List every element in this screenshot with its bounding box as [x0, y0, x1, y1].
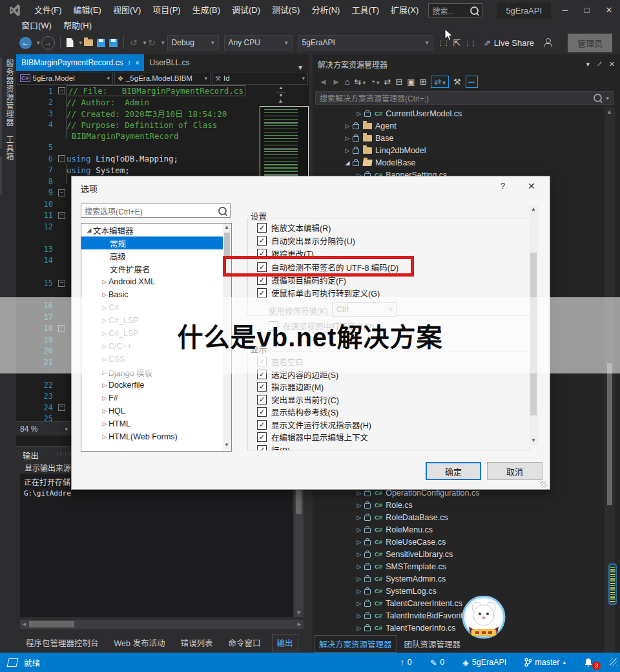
solution-tree-item[interactable]: ◢ModelBase — [313, 156, 604, 169]
panel-tab[interactable]: 解决方案资源管理器 — [314, 635, 397, 653]
panel-tab[interactable]: Web 发布活动 — [110, 635, 170, 651]
navigate-back-dropdown-icon[interactable]: ▾ — [37, 39, 40, 46]
menu-item[interactable]: 生成(B) — [187, 0, 226, 21]
panel-tab[interactable]: 团队资源管理器 — [400, 636, 466, 652]
scroll-up-icon[interactable]: ▲ — [606, 109, 612, 115]
add-icon[interactable]: ⊞ — [420, 77, 427, 87]
refresh-icon[interactable]: ⇄ — [384, 77, 391, 87]
output-vertical-scrollbar[interactable]: ▲ ▼ — [294, 474, 304, 617]
panel-tab[interactable]: 错误列表 — [176, 635, 217, 651]
expander-closed-icon[interactable]: ▷ — [355, 600, 363, 607]
expander-closed-icon[interactable]: ▷ — [355, 563, 363, 570]
solution-platform-combo[interactable]: Any CPU▾ — [224, 35, 293, 50]
scroll-right-icon[interactable]: ► — [296, 621, 302, 627]
solution-tree-item[interactable]: ▷C#TalentInviteBidFavorite. — [313, 609, 604, 622]
close-button[interactable]: ✕ — [598, 0, 620, 21]
solution-tree-item[interactable]: ▷C#TalentTenderInfo.cs — [313, 622, 604, 634]
pending-edits-item[interactable]: ✎ 0 — [430, 658, 444, 667]
dialog-resize-grip[interactable] — [541, 481, 547, 488]
menu-item[interactable]: 帮助(H) — [57, 21, 98, 31]
pin-icon[interactable]: ⊺ — [127, 59, 130, 67]
solution-tree-item[interactable]: ▷C#SMSTemplate.cs — [313, 560, 604, 572]
attach-to-process-icon[interactable]: ⇱ — [453, 37, 461, 48]
undo-dropdown-icon[interactable]: ▾ — [143, 39, 147, 46]
editor-zoom-combo[interactable]: 84 % ▾ — [16, 421, 72, 436]
preview-icon[interactable]: ▣ — [407, 77, 415, 87]
member-combo[interactable]: ⚒ Id ▾ — [212, 72, 308, 85]
panel-close-icon[interactable]: ✕ — [609, 60, 615, 68]
solution-tree-item[interactable]: ▷C#SensitiveLibrary.cs — [313, 548, 604, 560]
solution-tree-item[interactable]: ▷C#RoleUseCase.cs — [313, 536, 604, 548]
scroll-left-icon[interactable]: ◄ — [21, 621, 27, 627]
ok-button[interactable]: 确定 — [426, 462, 481, 480]
menu-item[interactable]: 编辑(E) — [68, 0, 107, 21]
live-share-icon[interactable]: ⇗ — [484, 38, 491, 48]
solution-tree-item[interactable]: ▷C#SystemLog.cs — [313, 585, 604, 597]
notifications-item[interactable]: 3 — [584, 658, 604, 667]
minimize-button[interactable]: ─ — [554, 0, 576, 21]
checkbox-row[interactable]: ✓自动突出显示分隔符(U) — [257, 235, 355, 247]
redo-dropdown-icon[interactable]: ▾ — [161, 39, 165, 46]
solution-tree-item[interactable]: ▷C#CurrentUserModel.cs — [313, 107, 604, 120]
expander-closed-icon[interactable]: ▷ — [355, 110, 363, 117]
resize-grip[interactable] — [610, 658, 617, 666]
maximize-button[interactable]: □ — [576, 0, 598, 21]
editor-splitter-handle[interactable]: ▴——▾ — [271, 86, 291, 98]
toolbar-overflow-icon[interactable]: ⋮⋮ — [464, 39, 476, 47]
quick-search-box[interactable]: 搜索... — [428, 3, 482, 17]
fold-collapse-icon[interactable]: − — [58, 212, 65, 219]
incoming-commits-item[interactable]: ↑ 0 — [400, 658, 411, 667]
feedback-person-icon[interactable] — [543, 38, 552, 47]
editor-tab[interactable]: BIBMarginPaymentRecord.cs⊺× — [16, 54, 144, 71]
editor-tab[interactable]: UserBLL.cs — [144, 54, 194, 71]
expander-closed-icon[interactable]: ▷ — [355, 613, 363, 619]
branch-item[interactable]: master ▴ — [524, 658, 566, 667]
checkbox-row[interactable]: ✓在编辑器中显示编辑上下文 — [257, 431, 368, 443]
checkbox-row[interactable]: ✓行(B) — [257, 444, 290, 451]
expander-closed-icon[interactable]: ▷ — [355, 502, 363, 509]
cancel-button[interactable]: 取消 — [487, 462, 542, 480]
menu-item[interactable]: 分析(N) — [305, 0, 346, 21]
back-icon[interactable]: ◄ — [319, 77, 327, 87]
solution-configuration-combo[interactable]: Debug▾ — [167, 35, 219, 50]
output-horizontal-scrollbar[interactable]: ◄ ► — [20, 620, 304, 629]
pin-icon[interactable]: ⊺ — [595, 59, 603, 68]
output-log[interactable]: 正在打开存储 G:\gitAddre — [20, 474, 293, 617]
home-icon[interactable]: ⌂ — [345, 77, 350, 87]
pending-changes-icon[interactable]: ◔▾ — [370, 77, 379, 87]
close-icon[interactable]: × — [136, 59, 140, 67]
expander-closed-icon[interactable]: ▷ — [344, 147, 351, 154]
fold-collapse-icon[interactable]: − — [58, 155, 65, 162]
solution-tree-item[interactable]: ▷C#RoleDataBase.cs — [313, 511, 604, 523]
menu-item[interactable]: 测试(S) — [266, 0, 305, 21]
repository-item[interactable]: ◈ 5gEraAPI — [462, 658, 506, 667]
save-icon[interactable] — [97, 39, 105, 47]
navigate-back-icon[interactable]: ← — [19, 37, 32, 49]
expander-closed-icon[interactable]: ▷ — [355, 514, 363, 521]
navigate-forward-icon[interactable]: → — [41, 36, 55, 50]
panel-tab[interactable]: 输出 — [272, 634, 298, 651]
panel-tab[interactable]: 命令窗口 — [223, 635, 265, 651]
solution-tree-item[interactable]: ▷C#SystemAdmin.cs — [313, 572, 604, 585]
startup-project-combo[interactable]: 5gEraAPI▾ — [298, 35, 433, 50]
expander-closed-icon[interactable]: ▷ — [355, 551, 363, 558]
solution-tree-item[interactable]: ▷C#RoleMenu.cs — [313, 523, 604, 536]
expander-closed-icon[interactable]: ▷ — [344, 123, 351, 129]
expander-closed-icon[interactable]: ▷ — [355, 625, 363, 631]
expander-open-icon[interactable]: ◢ — [344, 160, 351, 166]
type-combo[interactable]: ❖ _5gEra.Model.BIBM ▾ — [114, 72, 211, 85]
live-share-label[interactable]: Live Share — [494, 38, 534, 48]
menu-item[interactable]: 扩展(X) — [385, 0, 424, 21]
menu-item[interactable]: 项目(P) — [147, 0, 186, 21]
new-file-icon[interactable] — [67, 38, 74, 47]
solution-tree-item[interactable]: ▷C#TalentCareerIntent.cs — [313, 597, 604, 609]
expander-closed-icon[interactable]: ▷ — [355, 588, 363, 594]
project-combo[interactable]: C# 5gEra.Model ▾ — [17, 72, 113, 85]
collapse-all-icon[interactable]: ⊟ — [395, 77, 402, 87]
fold-collapse-icon[interactable]: − — [58, 280, 65, 287]
admin-badge[interactable]: 管理员 — [568, 34, 612, 52]
expander-closed-icon[interactable]: ▷ — [355, 576, 363, 582]
expander-closed-icon[interactable]: ▷ — [344, 135, 351, 142]
fold-collapse-icon[interactable]: − — [58, 189, 65, 196]
save-all-icon[interactable] — [109, 39, 118, 47]
